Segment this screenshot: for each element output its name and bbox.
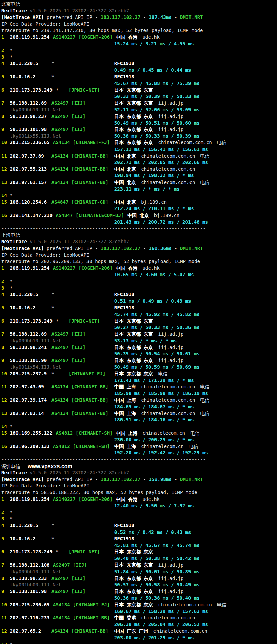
section-title-line: 上海电信 xyxy=(0,232,277,239)
hop-hostname: iij.ad.jp xyxy=(158,576,184,581)
hop-tag: [COGENT-206] xyxy=(79,265,113,272)
hop-tag: [JPNIC-NET] xyxy=(69,318,100,325)
hop-operator: 电信 xyxy=(190,430,200,436)
hop-latency-row: 50.35 ms / 50.54 ms / 50.61 ms xyxy=(0,351,277,357)
hop-hostname: chinatelecom.com.cn xyxy=(158,140,212,145)
hop-ip: 210.173.173.249 xyxy=(10,549,53,555)
hop-number: 5 xyxy=(1,304,4,311)
hop-latency-row: 171.43 ms / 171.29 ms / * ms xyxy=(0,377,277,384)
app-name: NextTrace xyxy=(1,470,27,475)
hop-geo-cluster: 日本 东京都 东京iij.ad.jp xyxy=(114,126,184,133)
hop-ip: 58.138.112.89 xyxy=(10,100,47,107)
hop-reverse-dns: tky009bb10.IIJ.Net xyxy=(10,569,61,575)
dash: - xyxy=(140,14,149,20)
hop-latency-row: 202.71 ms / 202.85 ms / 202.66 ms xyxy=(0,159,277,166)
hop-star: * xyxy=(10,285,13,292)
hop-hostname: iij.ad.jp xyxy=(158,114,184,119)
hop-asn: AS2497 xyxy=(51,588,69,595)
hop-latency: 185.98 ms / 185.98 ms / 186.19 ms xyxy=(114,390,208,397)
hop-hostname: chinatelecom.com.cn xyxy=(141,397,195,403)
hop-hostname: chinatelecom.com.cn xyxy=(153,628,207,634)
dash: - xyxy=(172,246,180,251)
hop-ip: 58.138.98.233 xyxy=(10,575,47,582)
hop-reverse-dns: tky001ix55.IIJ.Net xyxy=(10,133,61,140)
hop-operator: 电信 xyxy=(217,602,227,607)
hop-asn: AS2497 xyxy=(51,100,69,107)
hop-row: 958.138.101.90AS2497[IIJ]日本 东京都 东京iij.ad… xyxy=(0,357,277,364)
hop-ip: 202.97.83.14 xyxy=(10,410,44,417)
hop-row: 6210.173.173.249*[JPNIC-NET]日本 东京都 东京 xyxy=(0,549,277,555)
hop-number: 3 xyxy=(1,285,4,292)
hop-star: * xyxy=(10,641,13,644)
hop-asn: AS4134 xyxy=(51,384,69,390)
hop-tag: [CHINANET-GD] xyxy=(71,199,108,206)
hop-geo: 中国 上海 xyxy=(114,444,136,449)
hop-row: 12202.97.39.174AS4134[CHINANET-BB]中国 上海c… xyxy=(0,397,277,404)
hop-geo-cluster: 日本 东京都 东京 xyxy=(114,87,153,94)
hop-number: 12 xyxy=(1,397,7,404)
hop-geo: 中国 北京 xyxy=(127,213,149,218)
hop-tag: [CHINANET-FJ] xyxy=(73,602,110,608)
hop-latency-row: 50.33 ms / 50.39 ms / 50.33 ms xyxy=(0,93,277,100)
hop-tag: [COGENT-206] xyxy=(79,34,113,41)
traceroute-summary: traceroute to 202.96.209.133, 30 hops ma… xyxy=(1,259,200,264)
hop-asn: AS2497 xyxy=(51,113,69,120)
api-node: DMIT.NRT xyxy=(180,477,203,482)
app-version-line: NextTrace v1.5.0 2025-11-28T02:24:32Z 82… xyxy=(0,470,277,476)
hop-latency-row: tky009bb10.IIJ.Net51.84 ms / 50.61 ms / … xyxy=(0,569,277,575)
hop-hostname: iij.ad.jp xyxy=(158,345,184,350)
dash: - xyxy=(140,246,149,251)
hop-hostname: bj.189.cn xyxy=(141,199,167,205)
hop-ip: 58.138.112.89 xyxy=(10,331,47,338)
hop-number: 7 xyxy=(1,100,4,107)
hop-row: 11202.97.37.89AS4134[CHINANET-BB]中国 北京ch… xyxy=(0,153,277,160)
hop-geo-cluster: 中国 北京chinatelecom.com.cn电信 xyxy=(114,153,210,160)
hop-latency-row: 10.65 ms / 3.60 ms / 5.47 ms xyxy=(0,271,277,278)
hop-operator: 电信 xyxy=(189,444,198,449)
hop-reverse-dns: tky001ix54.IIJ.Net xyxy=(10,364,61,371)
hop-row: 16202.96.209.133AS4812[CHINANET-SH]中国 上海… xyxy=(0,443,277,450)
hop-tag: [CHINANET-SH] xyxy=(76,430,113,437)
hop-latency: 50.49 ms / 50.59 ms / 50.69 ms xyxy=(114,364,200,371)
hop-geo-cluster: 中国 北京chinatelecom.com.cn xyxy=(114,166,195,173)
hop-asn: AS4134 xyxy=(51,179,69,186)
hop-latency: 171.43 ms / 171.29 ms / * ms xyxy=(114,377,194,384)
hop-tag: [JPNIC-NET] xyxy=(69,549,100,555)
hop-number: 2 xyxy=(1,47,4,54)
hop-asn: AS4134 xyxy=(51,628,69,635)
hop-ip: 219.141.147.210 xyxy=(10,212,53,219)
hop-latency-row: tky001ix54.IIJ.Net50.49 ms / 50.59 ms / … xyxy=(0,364,277,371)
hop-latency: 160.67 ms / 158.29 ms / 157.63 ms xyxy=(114,608,208,615)
hop-ip: 58.138.112.108 xyxy=(10,562,50,569)
hop-geo: RFC1918 xyxy=(114,536,134,541)
hop-latency: 45.81 ms / 45.67 ms / 45.74 ms xyxy=(114,542,200,549)
hop-number: 12 xyxy=(1,166,7,173)
hop-number: 9 xyxy=(1,357,4,364)
hop-ip: 180.169.255.122 xyxy=(10,430,53,437)
hop-geo-cluster: 日本 东京都 东京电信 xyxy=(114,371,168,377)
hop-geo-cluster: 日本 东京都 东京 xyxy=(114,318,153,325)
hop-row: 410.1.220.5*RFC1918 xyxy=(0,522,277,529)
hop-operator: 电信 xyxy=(200,411,209,416)
hop-number: 16 xyxy=(1,212,7,219)
hop-latency-row: tky001bb00.IIJ.Net50.57 ms / 50.58 ms / … xyxy=(0,582,277,588)
hop-number: 4 xyxy=(1,60,4,67)
hop-number: 3 xyxy=(1,516,4,522)
api-ip: 103.117.102.27 xyxy=(101,246,140,251)
hop-row: 13202.97.61.157AS4134[CHINANET-BB]中国 北京c… xyxy=(0,179,277,186)
api-node: DMIT.NRT xyxy=(180,246,203,251)
hop-geo-cluster: 中国 上海chinatelecom.com.cn电信 xyxy=(114,384,210,390)
hop-latency-row: 0.51 ms / 0.49 ms / 0.43 ms xyxy=(0,298,277,305)
hop-hostname: chinatelecom.com.cn xyxy=(141,153,195,159)
hop-number: 9 xyxy=(1,126,4,133)
hop-ip: 10.1.220.5 xyxy=(10,291,38,298)
hop-latency-row: 223.11 ms / * ms / * ms xyxy=(0,186,277,193)
hop-row: 2* xyxy=(0,47,277,54)
hop-row: 6210.173.173.249*[JPNIC-NET]日本 东京都 东京 xyxy=(0,318,277,325)
hop-latency: 45.67 ms / 45.88 ms / 75.39 ms xyxy=(114,80,200,87)
hop-star: * xyxy=(10,192,13,199)
hop-latency-row: 203.00 ms / 201.29 ms / * ms xyxy=(0,635,277,641)
hop-geo: 日本 东京都 东京 xyxy=(114,345,153,350)
hop-geo: RFC1918 xyxy=(114,523,134,528)
hop-ip: 10.0.16.2 xyxy=(10,536,36,542)
